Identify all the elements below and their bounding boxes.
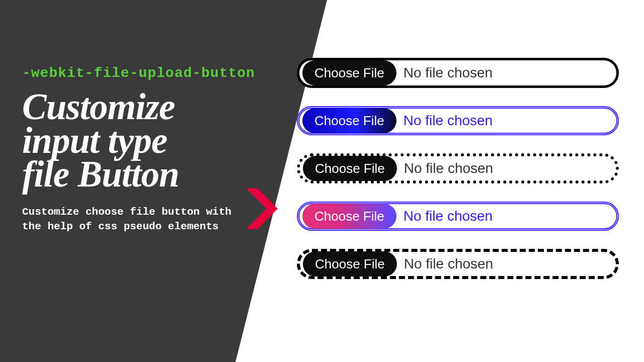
file-input-double-gradient[interactable]: Choose File No file chosen xyxy=(297,202,619,231)
choose-file-button[interactable]: Choose File xyxy=(303,156,397,181)
file-input-dashed[interactable]: Choose File No file chosen xyxy=(297,249,619,279)
choose-file-button[interactable]: Choose File xyxy=(302,204,396,229)
file-status-label: No file chosen xyxy=(404,208,493,224)
file-status-label: No file chosen xyxy=(404,113,493,129)
file-input-solid[interactable]: Choose File No file chosen xyxy=(297,58,619,88)
choose-file-button[interactable]: Choose File xyxy=(302,60,396,85)
file-input-dotted[interactable]: Choose File No file chosen xyxy=(297,153,619,184)
main-title: Customize input type file Button xyxy=(22,90,312,191)
chevron-right-icon xyxy=(242,186,287,231)
choose-file-button[interactable]: Choose File xyxy=(303,251,397,277)
file-inputs-container: Choose File No file chosen Choose File N… xyxy=(297,58,629,297)
pseudo-selector-label: -webkit-file-upload-button xyxy=(22,65,312,81)
file-status-label: No file chosen xyxy=(404,65,493,81)
title-line-3: file Button xyxy=(22,154,179,195)
choose-file-button[interactable]: Choose File xyxy=(302,108,396,133)
left-panel: -webkit-file-upload-button Customize inp… xyxy=(0,0,327,362)
file-status-label: No file chosen xyxy=(404,256,493,272)
file-status-label: No file chosen xyxy=(404,160,493,176)
description-text: Customize choose file button with the he… xyxy=(22,205,249,234)
file-input-double-blue[interactable]: Choose File No file chosen xyxy=(297,106,619,135)
